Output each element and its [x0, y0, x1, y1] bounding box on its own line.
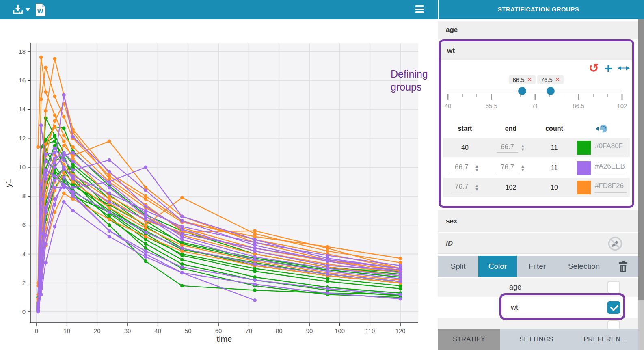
svg-text:10: 10 — [19, 164, 26, 171]
edit-disabled-icon[interactable] — [607, 236, 623, 251]
spinner[interactable] — [521, 164, 525, 172]
sidebar-title: STRATIFICATION GROUPS — [439, 0, 638, 19]
svg-text:0: 0 — [22, 308, 26, 315]
handle-value: 66.5 — [512, 76, 524, 83]
start-input[interactable]: 76.7 — [451, 183, 472, 192]
slider-ticks — [448, 94, 622, 101]
end-value: 102 — [506, 184, 516, 191]
count-value: 10 — [551, 184, 558, 191]
spin-down-icon — [521, 168, 525, 172]
group-table: start end count 40 66 — [443, 119, 630, 198]
svg-text:12: 12 — [19, 135, 26, 142]
color-swatch[interactable] — [577, 161, 591, 175]
svg-text:50: 50 — [185, 327, 192, 334]
reset-groups-icon[interactable]: ↺ — [589, 63, 599, 74]
delete-stratification-button[interactable] — [618, 256, 628, 277]
color-swatch[interactable] — [577, 141, 591, 155]
spinner[interactable] — [521, 144, 525, 151]
download-button[interactable] — [12, 4, 30, 15]
tab-selection[interactable]: Selection — [558, 256, 610, 277]
svg-text:90: 90 — [306, 327, 313, 334]
svg-text:70: 70 — [245, 327, 252, 334]
color-swatch[interactable] — [577, 181, 591, 194]
color-var-label: age — [509, 283, 521, 292]
tab-settings[interactable]: SETTINGS — [500, 329, 573, 350]
svg-text:110: 110 — [365, 327, 375, 334]
scale-label: 86.5 — [573, 102, 584, 109]
svg-text:4: 4 — [22, 251, 26, 257]
sidebar-scrollbar[interactable] — [638, 19, 644, 350]
slider-handle[interactable] — [518, 87, 526, 95]
start-input[interactable]: 66.7 — [451, 163, 472, 173]
svg-text:40: 40 — [154, 327, 161, 334]
spinner[interactable] — [475, 164, 479, 172]
palette-icon[interactable] — [596, 124, 608, 134]
spin-down-icon — [521, 148, 525, 151]
scale-label: 102 — [617, 102, 627, 109]
panel-wt-content: ↺ + 66.5 76.5 — [441, 60, 632, 205]
count-value: 11 — [551, 164, 558, 172]
trash-icon — [618, 261, 628, 272]
hamburger-menu-icon[interactable] — [415, 5, 425, 15]
start-value: 40 — [461, 144, 469, 151]
checkbox-wt[interactable] — [607, 301, 620, 314]
svg-text:y1: y1 — [4, 179, 13, 187]
tab-split[interactable]: Split — [438, 256, 478, 277]
download-icon — [12, 4, 24, 15]
svg-text:80: 80 — [276, 327, 283, 334]
tab-filter[interactable]: Filter — [517, 256, 558, 277]
mode-tab-bar: Split Color Filter Selection — [438, 256, 638, 277]
svg-text:2: 2 — [22, 279, 26, 286]
svg-text:30: 30 — [124, 327, 131, 334]
remove-handle-icon[interactable] — [527, 76, 532, 83]
tab-preferences[interactable]: PREFEREN… — [573, 329, 638, 350]
app-window: W STRATIFICATION GROUPS 0102030405060708… — [0, 0, 644, 350]
slider-handle[interactable] — [547, 87, 555, 95]
svg-text:120: 120 — [395, 327, 405, 334]
svg-text:0: 0 — [35, 327, 38, 334]
hex-input[interactable]: #FD8F26 — [595, 182, 627, 193]
col-end: end — [487, 119, 535, 138]
panel-age-label: age — [446, 26, 458, 34]
panel-wt-label: wt — [447, 47, 455, 55]
checkbox-age[interactable] — [607, 281, 620, 294]
slider-handle-chip: 76.5 — [537, 75, 564, 84]
svg-text:100: 100 — [335, 327, 345, 334]
svg-text:8: 8 — [22, 192, 26, 199]
color-var-row-age: age — [438, 278, 638, 297]
color-var-row-partial — [438, 318, 638, 329]
panel-id-label: ID — [446, 240, 453, 248]
hex-input[interactable]: #0FA80F — [595, 142, 627, 153]
timecourse-plot: 0102030405060708090100110120024681012141… — [0, 20, 438, 350]
resize-range-icon[interactable] — [618, 65, 630, 71]
spinner[interactable] — [475, 184, 479, 191]
svg-text:6: 6 — [22, 221, 26, 228]
svg-text:18: 18 — [19, 48, 26, 55]
tab-stratify[interactable]: STRATIFY — [438, 329, 500, 350]
word-export-icon[interactable]: W — [36, 4, 45, 16]
tab-color[interactable]: Color — [478, 256, 517, 277]
remove-handle-icon[interactable] — [555, 76, 560, 83]
svg-text:time: time — [217, 335, 232, 344]
checkbox-next[interactable] — [607, 320, 620, 329]
svg-text:14: 14 — [19, 106, 26, 112]
scale-label: 55.5 — [486, 102, 497, 109]
slider-handle-chip: 66.5 — [509, 75, 536, 84]
end-input[interactable]: 66.7 — [497, 143, 518, 153]
col-color — [574, 119, 630, 138]
spin-down-icon — [475, 168, 479, 172]
end-input[interactable]: 76.7 — [497, 163, 518, 173]
panel-age[interactable]: age — [438, 21, 638, 39]
panel-id[interactable]: ID — [438, 233, 638, 254]
count-value: 11 — [551, 144, 558, 151]
stratification-sidebar: age wt ↺ + 66.5 — [438, 19, 638, 350]
handle-value: 76.5 — [541, 76, 553, 83]
scale-label: 71 — [532, 102, 538, 109]
panel-sex[interactable]: sex — [438, 210, 638, 232]
scrollbar-thumb[interactable] — [638, 19, 644, 300]
slider-track[interactable] — [448, 91, 622, 91]
panel-wt-header[interactable]: wt — [441, 41, 632, 60]
panel-wt: wt ↺ + 66.5 76.5 — [439, 39, 634, 208]
add-group-icon[interactable]: + — [604, 63, 612, 74]
hex-input[interactable]: #A26EEB — [595, 162, 627, 173]
